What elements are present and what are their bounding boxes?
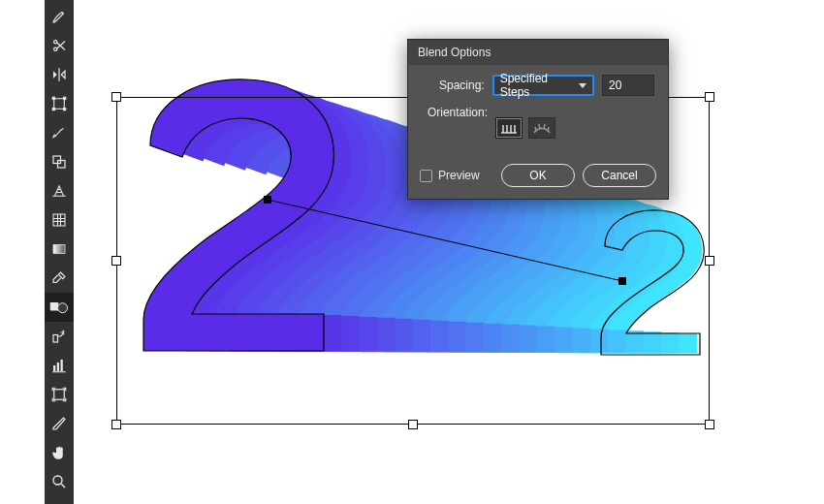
shape-builder-tool[interactable] — [45, 147, 74, 176]
perspective-grid-tool[interactable] — [45, 176, 74, 205]
svg-line-30 — [548, 127, 549, 132]
svg-rect-14 — [53, 365, 55, 371]
orientation-label: Orientation: — [422, 106, 488, 119]
preview-checkbox[interactable] — [420, 170, 432, 182]
bbox-handle-tl[interactable] — [111, 92, 121, 102]
svg-rect-8 — [58, 161, 66, 169]
scissors-tool[interactable] — [45, 31, 74, 60]
slice-tool[interactable] — [45, 409, 74, 438]
bbox-handle-ml[interactable] — [111, 256, 121, 266]
svg-line-29 — [544, 124, 545, 129]
svg-rect-4 — [64, 97, 66, 99]
svg-rect-3 — [52, 97, 54, 99]
ok-label: OK — [529, 169, 546, 182]
svg-rect-21 — [618, 277, 626, 285]
svg-rect-9 — [53, 214, 65, 226]
column-graph-tool[interactable] — [45, 351, 74, 380]
orientation-align-path-button[interactable] — [528, 117, 555, 139]
spacing-mode-dropdown[interactable]: Specified Steps — [492, 75, 594, 96]
bbox-handle-bm[interactable] — [408, 420, 418, 429]
bbox-handle-mr[interactable] — [705, 256, 714, 266]
svg-rect-6 — [64, 109, 66, 110]
svg-point-18 — [53, 476, 62, 485]
svg-rect-17 — [54, 390, 65, 400]
mesh-tool[interactable] — [45, 205, 74, 235]
tools-panel — [45, 0, 74, 504]
blend-options-dialog: Blend Options Spacing: Specified Steps 2… — [407, 39, 669, 200]
svg-rect-5 — [52, 109, 54, 110]
hand-tool[interactable] — [45, 438, 74, 467]
bbox-handle-br[interactable] — [705, 420, 714, 429]
spacing-label: Spacing: — [422, 79, 485, 92]
blend-tool[interactable] — [45, 293, 74, 322]
svg-rect-16 — [61, 360, 63, 371]
spacing-value-text: 20 — [609, 79, 621, 92]
reflect-tool[interactable] — [45, 60, 74, 89]
svg-rect-13 — [53, 335, 58, 343]
artboard-tool[interactable] — [45, 380, 74, 409]
zoom-tool[interactable] — [45, 467, 74, 496]
bbox-handle-bl[interactable] — [111, 420, 121, 429]
svg-rect-11 — [50, 302, 59, 311]
svg-line-28 — [539, 124, 540, 129]
gradient-tool[interactable] — [45, 235, 74, 264]
bbox-handle-tr[interactable] — [705, 92, 714, 102]
preview-label: Preview — [438, 169, 480, 182]
symbol-sprayer-tool[interactable] — [45, 322, 74, 351]
orientation-align-page-button[interactable] — [495, 117, 523, 139]
free-transform-tool[interactable] — [45, 89, 74, 118]
svg-rect-7 — [53, 156, 61, 164]
svg-rect-20 — [264, 196, 271, 204]
svg-rect-15 — [57, 362, 59, 371]
width-tool[interactable] — [45, 118, 74, 147]
chevron-down-icon — [579, 83, 586, 88]
svg-rect-10 — [53, 245, 65, 254]
cancel-button[interactable]: Cancel — [583, 164, 656, 187]
ok-button[interactable]: OK — [501, 164, 575, 187]
svg-rect-2 — [54, 99, 65, 110]
paintbrush-tool[interactable] — [45, 2, 74, 31]
eyedropper-tool[interactable] — [45, 264, 74, 293]
cancel-label: Cancel — [601, 169, 637, 182]
svg-line-27 — [535, 127, 536, 132]
spacing-value-input[interactable]: 20 — [602, 75, 654, 96]
dialog-title: Blend Options — [408, 40, 668, 65]
svg-point-12 — [58, 303, 68, 313]
spacing-mode-value: Specified Steps — [500, 72, 579, 99]
